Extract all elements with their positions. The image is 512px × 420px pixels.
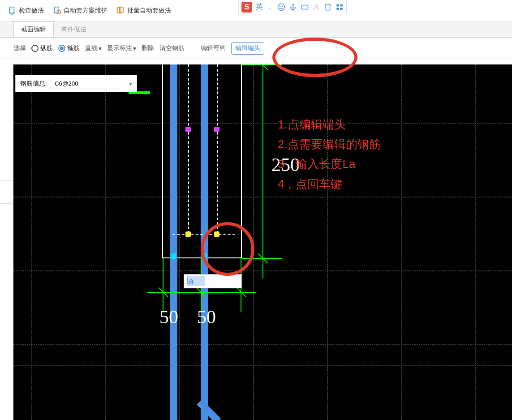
batch-auto-apply-label: 批量自动套做法 — [127, 7, 171, 15]
tshirt-icon[interactable] — [324, 3, 332, 11]
edit-end-button[interactable]: 编辑端头 — [231, 42, 264, 55]
show-annotation-label: 显示标注 — [107, 44, 132, 52]
grid-line-h — [13, 365, 512, 366]
ime-logo-icon: S — [241, 2, 252, 13]
edit-hook-button[interactable]: 编辑弯钩 — [201, 44, 226, 52]
auto-scheme-maintain-label: 自动套方案维护 — [64, 7, 108, 15]
chevron-down-icon: ▾ — [99, 45, 102, 52]
grid-line-v — [475, 64, 476, 420]
rebar-info-panel: 钢筋信息: ▾ — [15, 75, 137, 92]
rebar-dashed — [188, 64, 189, 234]
grid-apps-icon[interactable] — [336, 3, 344, 11]
svg-point-7 — [282, 6, 283, 7]
svg-rect-0 — [9, 7, 14, 13]
check-method-button[interactable]: 检查做法 — [5, 4, 47, 17]
rebar-dashed — [217, 64, 218, 234]
svg-rect-8 — [292, 4, 294, 8]
radio-longitudinal[interactable]: 纵筋 — [31, 44, 53, 52]
check-method-label: 检查做法 — [19, 7, 44, 15]
svg-rect-16 — [340, 8, 343, 10]
radio-icon-selected — [58, 45, 65, 52]
node-point[interactable] — [185, 231, 191, 237]
rebar-bar[interactable] — [170, 64, 177, 420]
grid-line-h — [13, 344, 512, 345]
rebar-info-dropdown-icon[interactable]: ▾ — [126, 80, 132, 87]
emoji-icon[interactable] — [277, 3, 285, 11]
svg-rect-1 — [54, 7, 59, 13]
radio-icon — [31, 45, 39, 52]
annotation-instructions: 1.点编辑端头 2.点需要编辑的钢筋 3，输入长度La 4，点回车键 — [278, 115, 381, 194]
check-doc-icon — [8, 6, 17, 15]
radio-stirrup[interactable]: 箍筋 — [58, 44, 80, 52]
show-annotation-dropdown[interactable]: 显示标注 ▾ — [107, 44, 136, 52]
batch-icon — [116, 6, 125, 15]
radio-longitudinal-label: 纵筋 — [40, 44, 53, 52]
dim-line — [262, 64, 263, 279]
annotation-ellipse-overlay — [272, 38, 357, 77]
action-bar: 选择 纵筋 箍筋 直线 ▾ 显示标注 ▾ 删除 清空钢筋 编辑弯钩 编辑端头 — [0, 38, 512, 59]
rebar-info-input[interactable] — [51, 78, 122, 89]
select-label[interactable]: 选择 — [13, 44, 26, 52]
svg-rect-15 — [336, 8, 339, 10]
grid-line-v — [31, 64, 32, 420]
svg-rect-9 — [301, 5, 308, 9]
delete-button[interactable]: 删除 — [142, 44, 154, 52]
keyboard-icon[interactable] — [301, 3, 309, 11]
tab-bar: 截面编辑 构件做法 — [0, 21, 512, 38]
svg-point-12 — [315, 4, 318, 7]
tab-component-method[interactable]: 构件做法 — [54, 21, 94, 37]
line-type-dropdown[interactable]: 直线 ▾ — [85, 44, 102, 52]
ime-toolbar[interactable]: S 英 ， — [238, 0, 347, 14]
drawing-canvas[interactable]: 钢筋信息: ▾ 250 50 50 la .l — [13, 64, 512, 420]
chevron-down-icon: ▾ — [133, 45, 136, 52]
batch-auto-apply-button[interactable]: 批量自动套做法 — [114, 4, 174, 17]
annotation-line4: 4，点回车键 — [278, 174, 381, 194]
svg-rect-13 — [336, 4, 339, 6]
line-type-label: 直线 — [85, 44, 98, 52]
grid-line-v — [105, 64, 106, 420]
node-point[interactable] — [171, 253, 176, 259]
clear-rebar-button[interactable]: 清空钢筋 — [159, 44, 185, 52]
left-panel — [0, 64, 13, 420]
auto-scheme-maintain-button[interactable]: 自动套方案维护 — [50, 4, 110, 17]
microphone-icon[interactable] — [289, 3, 297, 11]
tab-section-edit[interactable]: 截面编辑 — [13, 21, 54, 37]
ime-lang-indicator[interactable]: 英 — [256, 2, 263, 12]
dim-ext — [163, 258, 163, 312]
annotation-line1: 1.点编辑端头 — [278, 115, 381, 134]
svg-rect-14 — [340, 4, 343, 6]
person-icon[interactable] — [312, 3, 320, 11]
gear-doc-icon — [53, 6, 62, 15]
node-point[interactable] — [214, 127, 219, 132]
length-input[interactable]: la — [184, 274, 242, 288]
radio-stirrup-label: 箍筋 — [67, 44, 80, 52]
svg-point-6 — [280, 6, 280, 7]
grid-line-v — [401, 64, 402, 420]
rebar-info-label: 钢筋信息: — [20, 80, 47, 88]
dim-label-50: 50 — [197, 306, 216, 328]
annotation-circle — [201, 222, 254, 276]
ime-punct-icon[interactable]: ， — [267, 2, 274, 12]
annotation-line3: 3，输入长度La — [278, 154, 381, 174]
svg-point-5 — [278, 4, 285, 10]
dim-label-50: 50 — [159, 306, 178, 328]
node-point[interactable] — [185, 127, 191, 132]
annotation-line2: 2.点需要编辑的钢筋 — [278, 134, 381, 154]
